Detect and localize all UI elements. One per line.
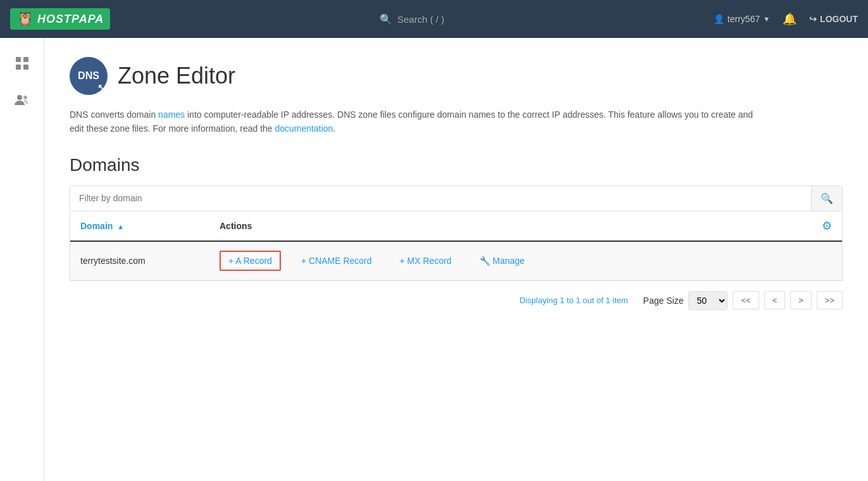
pagination-area: Displaying 1 to 1 out of 1 item Page Siz… <box>70 291 843 310</box>
filter-input[interactable] <box>70 187 811 209</box>
logout-icon: ↪ <box>809 14 817 24</box>
notifications-bell-icon[interactable]: 🔔 <box>783 12 797 26</box>
dns-badge-text: DNS <box>78 70 99 82</box>
pagination-next-button[interactable]: > <box>790 291 812 309</box>
table-row: terrytestsite.com + A Record + CNAME Rec… <box>70 242 842 280</box>
dns-badge: DNS ↖ <box>70 57 108 95</box>
svg-rect-3 <box>23 65 28 70</box>
sort-arrow-icon: ▲ <box>117 223 124 230</box>
actions-cell: + A Record + CNAME Record + MX Record 🔧 … <box>220 251 832 271</box>
pagination-first-button[interactable]: << <box>733 291 759 309</box>
domains-section-title: Domains <box>70 155 843 175</box>
svg-point-4 <box>17 95 22 100</box>
page-title: Zone Editor <box>118 63 235 89</box>
page-size-select[interactable]: 10 25 50 100 <box>688 291 728 310</box>
top-navigation: 🦉 HOSTPAPA 🔍 Search ( / ) 👤 terry567 ▼ 🔔… <box>0 0 868 38</box>
add-mx-record-button[interactable]: + MX Record <box>392 252 459 270</box>
documentation-link[interactable]: documentation <box>275 123 333 134</box>
add-cname-record-button[interactable]: + CNAME Record <box>294 252 380 270</box>
table-header: Domain ▲ Actions ⚙ <box>70 211 842 242</box>
search-box[interactable]: 🔍 Search ( / ) <box>380 13 444 25</box>
page-header: DNS ↖ Zone Editor <box>70 57 843 95</box>
table-settings-icon[interactable]: ⚙ <box>822 219 832 233</box>
main-content: DNS ↖ Zone Editor DNS converts domain na… <box>44 38 868 481</box>
filter-bar: 🔍 <box>70 185 843 211</box>
pagination-info: Displaying 1 to 1 out of 1 item <box>519 296 628 305</box>
svg-point-5 <box>23 96 27 99</box>
nav-right: 👤 terry567 ▼ 🔔 ↪ LOGOUT <box>714 12 858 26</box>
domain-cell: terrytestsite.com <box>80 256 220 266</box>
logo-area[interactable]: 🦉 HOSTPAPA <box>10 8 110 30</box>
domain-column-header[interactable]: Domain ▲ <box>80 221 220 231</box>
page-description: DNS converts domain names into computer-… <box>70 108 766 136</box>
user-icon: 👤 <box>714 14 724 24</box>
logout-button[interactable]: ↪ LOGOUT <box>809 14 858 24</box>
username-label: terry567 <box>728 14 760 24</box>
svg-rect-0 <box>16 57 21 62</box>
filter-search-button[interactable]: 🔍 <box>811 186 842 211</box>
chevron-down-icon: ▼ <box>763 15 770 23</box>
logout-label: LOGOUT <box>820 14 858 24</box>
pagination-prev-button[interactable]: < <box>764 291 786 309</box>
search-area: 🔍 Search ( / ) <box>120 13 704 25</box>
owl-icon: 🦉 <box>16 11 34 27</box>
cursor-icon: ↖ <box>97 82 105 92</box>
pagination-last-button[interactable]: >> <box>817 291 843 309</box>
add-a-record-button[interactable]: + A Record <box>220 251 281 271</box>
domains-table: Domain ▲ Actions ⚙ terrytestsite.com + A… <box>70 211 843 281</box>
main-layout: DNS ↖ Zone Editor DNS converts domain na… <box>0 38 868 481</box>
desc-names-link: names <box>158 109 185 120</box>
sidebar-item-users[interactable] <box>7 85 37 115</box>
user-menu[interactable]: 👤 terry567 ▼ <box>714 14 770 24</box>
sidebar <box>0 38 44 481</box>
svg-rect-1 <box>23 57 28 62</box>
actions-column-header: Actions <box>220 221 822 231</box>
search-placeholder-text: Search ( / ) <box>397 14 444 25</box>
sidebar-item-apps[interactable] <box>7 48 37 78</box>
logo-text: HOSTPAPA <box>37 13 104 26</box>
page-size-label: Page Size <box>643 296 684 306</box>
svg-rect-2 <box>16 65 21 70</box>
manage-button[interactable]: 🔧 Manage <box>472 252 532 270</box>
search-icon: 🔍 <box>380 13 392 25</box>
logo-box: 🦉 HOSTPAPA <box>10 8 110 30</box>
